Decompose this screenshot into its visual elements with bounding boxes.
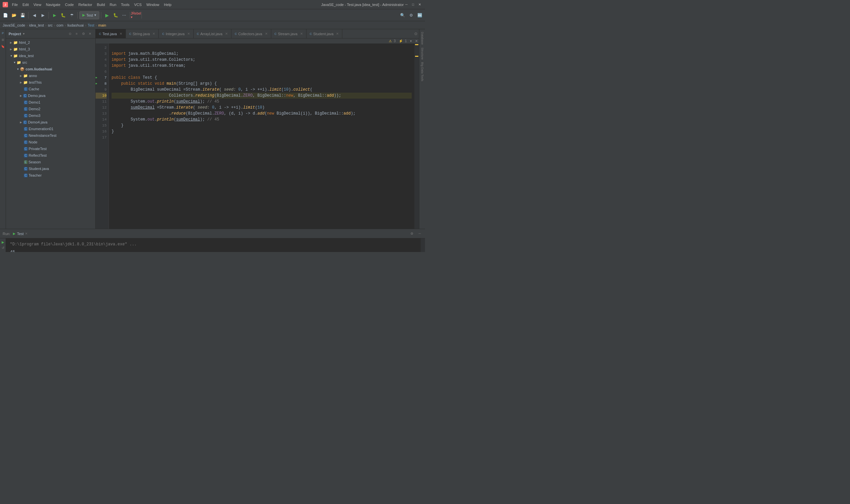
tab-close-arraylist[interactable]: ✕: [225, 32, 228, 36]
tab-close-test[interactable]: ✕: [120, 32, 122, 36]
tab-close-stream[interactable]: ✕: [300, 32, 303, 36]
tree-item-cache[interactable]: C Cache: [6, 86, 95, 92]
tree-item-ideatest[interactable]: ▼ 📁 idea_test: [6, 52, 95, 59]
menu-code[interactable]: Code: [63, 2, 76, 7]
run-tab-test[interactable]: ▶ Test ✕: [13, 232, 28, 236]
project-locate-icon[interactable]: ⊙: [67, 31, 73, 37]
translate-button[interactable]: 🔤: [416, 11, 424, 19]
tab-stream-java[interactable]: C Stream.java ✕: [271, 29, 306, 38]
run-config-more[interactable]: ⋯: [120, 11, 128, 19]
settings-button[interactable]: ⚙: [407, 11, 415, 19]
run-tab-close[interactable]: ✕: [25, 232, 28, 235]
tab-arraylist-java[interactable]: C ArrayList.java ✕: [194, 29, 231, 38]
tab-close-collectors[interactable]: ✕: [265, 32, 268, 36]
tree-item-privatetest[interactable]: C PrivateTest: [6, 145, 95, 152]
menu-help[interactable]: Help: [162, 2, 174, 7]
run-scrollbar[interactable]: [420, 238, 425, 252]
run-config-run[interactable]: ▶: [103, 11, 111, 19]
forward-button[interactable]: ▶: [39, 11, 47, 19]
breadcrumb-class[interactable]: Test: [88, 23, 94, 27]
project-close-icon[interactable]: ✕: [87, 31, 93, 37]
project-collapse-icon[interactable]: ≡: [74, 31, 79, 37]
save-button[interactable]: 💾: [19, 11, 26, 19]
tab-settings-button[interactable]: ⚙: [412, 29, 419, 38]
tree-item-demo1[interactable]: C Demo1: [6, 99, 95, 106]
run-stop-button[interactable]: ■: [1, 251, 5, 252]
editor-scrollbar[interactable]: [414, 43, 419, 229]
minimize-button[interactable]: ─: [404, 2, 409, 7]
tree-item-demo2[interactable]: C Demo2: [6, 106, 95, 112]
run-rerun-button[interactable]: ↺: [1, 245, 5, 250]
tab-close-string[interactable]: ✕: [152, 32, 155, 36]
jrebel-dropdown[interactable]: JRebel ▾: [132, 11, 140, 19]
tree-item-package[interactable]: ▼ 📦 com.liudashuai: [6, 66, 95, 72]
bigdata-icon[interactable]: Big Data Tools: [420, 61, 425, 83]
structure-right-icon[interactable]: Structure: [420, 46, 425, 61]
tree-item-teacher[interactable]: C Teacher: [6, 172, 95, 179]
menu-refactor[interactable]: Refactor: [76, 2, 94, 7]
tab-close-student[interactable]: ✕: [336, 32, 339, 36]
tree-item-demo[interactable]: ▶ C Demo.java: [6, 92, 95, 99]
code-content[interactable]: import java.math.BigDecimal; import java…: [109, 43, 414, 229]
new-file-button[interactable]: 📄: [1, 11, 9, 19]
project-dropdown[interactable]: Project: [8, 32, 21, 36]
menu-edit[interactable]: Edit: [21, 2, 31, 7]
breadcrumb-com[interactable]: com: [56, 23, 64, 27]
tree-item-testthis[interactable]: ▶ 📁 testThis: [6, 79, 95, 86]
breadcrumb-project[interactable]: JavaSE_code: [3, 23, 25, 27]
open-button[interactable]: 📂: [10, 11, 18, 19]
tree-item-newinstance[interactable]: C NewInstanceTest: [6, 132, 95, 139]
search-button[interactable]: 🔍: [398, 11, 406, 19]
tree-item-anno[interactable]: ▶ 📁 anno: [6, 72, 95, 79]
run-all-button[interactable]: ▶: [51, 11, 58, 19]
tab-test-java[interactable]: C Test.java ✕: [96, 29, 126, 38]
menu-window[interactable]: Window: [144, 2, 161, 7]
run-arrow-8[interactable]: ▶: [96, 81, 97, 87]
tree-item-src[interactable]: ▼ 📁 src: [6, 59, 95, 66]
tree-item-html3[interactable]: ▶ 📁 html_3: [6, 46, 95, 52]
run-play-button[interactable]: ▶: [1, 240, 5, 245]
tree-item-reflecttest[interactable]: C ReflectTest: [6, 152, 95, 159]
run-config-dropdown[interactable]: ▶ Test ▾: [79, 11, 99, 19]
run-config-debug[interactable]: 🐛: [112, 11, 120, 19]
breadcrumb-method[interactable]: main: [98, 23, 106, 27]
breadcrumb-module[interactable]: idea_test: [29, 23, 44, 27]
menu-vcs[interactable]: VCS: [132, 2, 144, 7]
tree-item-demo3[interactable]: C Demo3: [6, 112, 95, 119]
debug-button[interactable]: 🐛: [59, 11, 67, 19]
tab-string-java[interactable]: C String.java ✕: [126, 29, 159, 38]
tab-student-java[interactable]: C Student.java ✕: [306, 29, 343, 38]
tree-item-demo4[interactable]: ▶ C Demo4.java: [6, 119, 95, 126]
run-minimize-icon[interactable]: ─: [417, 231, 422, 236]
menu-view[interactable]: View: [32, 2, 43, 7]
project-icon[interactable]: P: [0, 31, 6, 36]
breadcrumb-pkg[interactable]: liudashuai: [67, 23, 84, 27]
run-settings-icon[interactable]: ⚙: [409, 231, 414, 236]
bookmarks-icon[interactable]: 🔖: [0, 44, 6, 49]
maximize-button[interactable]: □: [410, 2, 416, 7]
menu-tools[interactable]: Tools: [119, 2, 131, 7]
structure-icon[interactable]: ⊞: [0, 37, 6, 42]
tree-item-html2[interactable]: ▶ 📁 html_2: [6, 39, 95, 46]
menu-navigate[interactable]: Navigate: [44, 2, 62, 7]
project-settings-icon[interactable]: ⚙: [81, 31, 86, 37]
menu-build[interactable]: Build: [95, 2, 107, 7]
tree-item-node[interactable]: C Node: [6, 139, 95, 145]
expand-warnings-icon[interactable]: ▾: [410, 39, 412, 43]
tab-collectors-java[interactable]: C Collectors.java ✕: [231, 29, 271, 38]
back-button[interactable]: ◀: [30, 11, 38, 19]
database-icon[interactable]: Database: [420, 31, 425, 46]
code-editor[interactable]: 2 3 4 5 6 ▶ 7 ▶ 8 9 10 11 12 13 14 1: [96, 43, 419, 229]
run-arrow-7[interactable]: ▶: [96, 75, 97, 81]
tree-item-enum01[interactable]: C Enumeration01: [6, 126, 95, 132]
menu-file[interactable]: File: [10, 2, 20, 7]
close-button[interactable]: ✕: [417, 2, 422, 7]
menu-run[interactable]: Run: [108, 2, 118, 7]
tree-item-season[interactable]: E Season: [6, 159, 95, 165]
collapse-icon[interactable]: ✕: [415, 39, 418, 43]
breadcrumb-src[interactable]: src: [48, 23, 53, 27]
tree-item-student[interactable]: C Student.java: [6, 165, 95, 172]
tab-integer-java[interactable]: C Integer.java ✕: [159, 29, 193, 38]
coverage-button[interactable]: ☂: [68, 11, 76, 19]
tab-close-integer[interactable]: ✕: [187, 32, 190, 36]
